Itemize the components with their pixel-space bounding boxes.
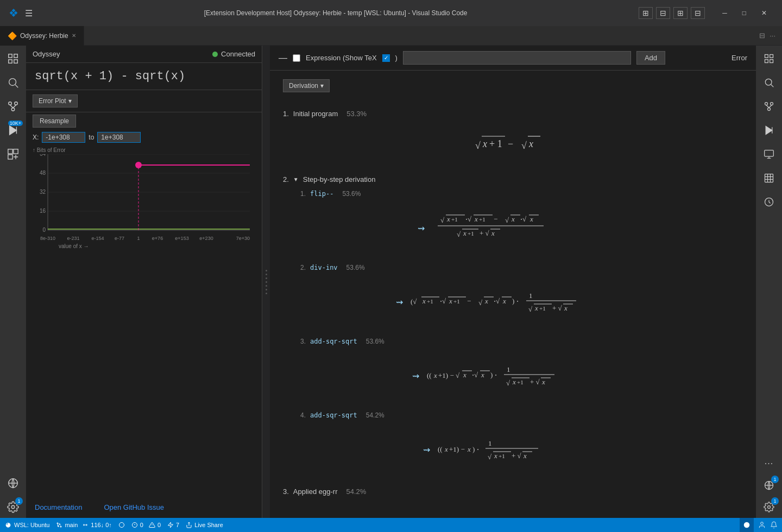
x-from-input[interactable]	[42, 132, 85, 143]
rs-globe[interactable]: 1	[758, 474, 780, 496]
expression-input[interactable]	[403, 51, 631, 65]
activity-explorer[interactable]	[2, 48, 24, 69]
step-3: 3. Applied egg-rr 54.2% ⇝ (( x +1) − x )…	[283, 487, 743, 518]
rs-run[interactable]	[758, 119, 780, 141]
svg-point-8	[11, 108, 15, 111]
minimize-button[interactable]: ─	[716, 7, 734, 19]
notifications-btn[interactable]	[770, 521, 778, 529]
plot-type-dropdown[interactable]: Error Plot ▾	[33, 94, 78, 107]
svg-text:x: x	[422, 297, 426, 305]
ports-status[interactable]: 7	[167, 522, 179, 528]
svg-text:+ √: + √	[552, 304, 563, 312]
svg-text:8e-310: 8e-310	[40, 236, 55, 241]
collapse-button[interactable]: —	[279, 53, 287, 63]
errors-status[interactable]: 0 0	[131, 522, 161, 528]
activity-extensions[interactable]	[2, 143, 24, 165]
split-editor-icon[interactable]: ⊟	[759, 31, 765, 40]
rs-analytics[interactable]	[758, 191, 780, 213]
svg-text:1: 1	[137, 236, 140, 241]
more-actions-icon[interactable]: ···	[770, 31, 775, 40]
svg-point-158	[765, 103, 768, 105]
sub-step-2-pct: 53.6%	[346, 264, 365, 271]
remote-btn[interactable]	[118, 522, 125, 528]
errors-label: 0	[140, 522, 143, 528]
live-share-status[interactable]: Live Share	[186, 522, 223, 528]
step-1-math: √ x + 1 − √ x	[283, 124, 743, 162]
divider-dot	[266, 270, 267, 271]
settings-badge: 1	[15, 497, 23, 505]
account-btn[interactable]	[758, 521, 766, 529]
rs-graph[interactable]	[758, 96, 780, 117]
rs-monitor[interactable]	[758, 143, 780, 165]
tab-label: Odyssey: Herbie	[20, 32, 68, 40]
divider-dot	[266, 281, 267, 283]
activity-scm[interactable]	[2, 96, 24, 117]
svg-text:+1: +1	[539, 305, 546, 312]
step-2-expand[interactable]: ▼	[293, 176, 299, 182]
svg-text:x: x	[541, 378, 545, 386]
layout-icon-3[interactable]: ⊞	[673, 7, 688, 19]
svg-point-4	[9, 79, 16, 86]
maximize-button[interactable]: □	[736, 7, 753, 19]
expression-checkbox[interactable]	[293, 54, 300, 62]
rs-pages[interactable]	[758, 48, 780, 69]
rs-search[interactable]	[758, 72, 780, 93]
sub-step-1-math: ⇝ √ x +1 ⋅√ x +1 − √	[300, 204, 743, 253]
x-to-input[interactable]	[97, 132, 141, 143]
tab-close-button[interactable]: ✕	[72, 33, 76, 39]
derivation-panel[interactable]: Derivation ▾ 1. Initial program 53.3% √	[270, 71, 756, 518]
globe-badge: 1	[771, 476, 779, 483]
svg-line-9	[10, 105, 14, 108]
step-1-header: 1. Initial program 53.3%	[283, 110, 743, 118]
active-tab[interactable]: 🔶 Odyssey: Herbie ✕	[0, 26, 84, 46]
tab-actions: ⊟ ···	[759, 31, 782, 40]
svg-point-159	[771, 103, 773, 105]
step-2-label: Step-by-step derivation	[303, 175, 376, 183]
svg-text:+ √: + √	[512, 452, 522, 460]
rs-more[interactable]: ···	[758, 453, 780, 474]
close-button[interactable]: ✕	[755, 7, 773, 19]
statusbar: WSL: Ubuntu main 116↓ 0↑ 0 0 7 Live Shar…	[0, 518, 782, 532]
activity-search[interactable]	[2, 72, 24, 93]
svg-text:⋅√: ⋅√	[440, 297, 446, 305]
panel-divider[interactable]	[262, 46, 270, 518]
documentation-link[interactable]: Documentation	[35, 503, 82, 511]
github-link[interactable]: Open GitHub Issue	[104, 503, 164, 511]
activity-run[interactable]: 10K+	[2, 119, 24, 141]
hamburger-menu[interactable]: ☰	[25, 8, 33, 18]
add-button[interactable]: Add	[636, 51, 665, 65]
svg-text:−: −	[494, 215, 497, 223]
activity-remote[interactable]	[2, 472, 24, 494]
copilot-btn[interactable]	[740, 518, 754, 532]
sub-step-1: 1. flip-- 53.6% ⇝ √ x +1	[300, 190, 743, 253]
layout-icon-4[interactable]: ⊟	[691, 7, 705, 19]
formula-text: sqrt(x + 1) - sqrt(x)	[35, 69, 185, 83]
svg-text:⇝: ⇝	[423, 445, 430, 454]
svg-text:x: x	[463, 371, 466, 379]
svg-text:) ⋅: ) ⋅	[512, 297, 519, 305]
svg-text:⇝: ⇝	[396, 297, 403, 307]
svg-text:x: x	[484, 297, 488, 305]
layout-icon-2[interactable]: ⊟	[656, 7, 670, 19]
sub-step-4-math: ⇝ (( x +1) − x ) ⋅ 1 √ x	[300, 426, 743, 474]
controls-row: Error Plot ▾	[26, 90, 262, 112]
activity-settings[interactable]: 1	[2, 496, 24, 518]
svg-text:√: √	[488, 453, 492, 461]
sub-step-1-pct: 53.6%	[342, 190, 361, 198]
svg-text:x: x	[511, 215, 515, 223]
resample-button[interactable]: Resample	[33, 115, 76, 128]
derivation-dropdown[interactable]: Derivation ▾	[283, 79, 330, 92]
svg-text:x: x	[433, 371, 437, 379]
show-tex-checkbox[interactable]: ✓	[382, 54, 390, 62]
sub-step-3-math: ⇝ (( x +1) − √ x ⋅√ x ) ⋅ 1	[300, 352, 743, 401]
svg-marker-11	[10, 126, 17, 135]
dropdown-chevron: ▾	[320, 82, 324, 90]
layout-icon-1[interactable]: ⊞	[639, 7, 653, 19]
sub-step-2-math: ⇝ (√ x +1 ⋅√ x +1 − √	[300, 278, 743, 327]
rs-settings[interactable]: 1	[758, 496, 780, 518]
branch-status[interactable]: main 116↓ 0↑	[56, 522, 111, 528]
rs-chart[interactable]	[758, 167, 780, 189]
svg-text:⇝: ⇝	[412, 371, 419, 381]
svg-text:+1: +1	[453, 298, 460, 305]
remote-status[interactable]: WSL: Ubuntu	[4, 521, 49, 529]
